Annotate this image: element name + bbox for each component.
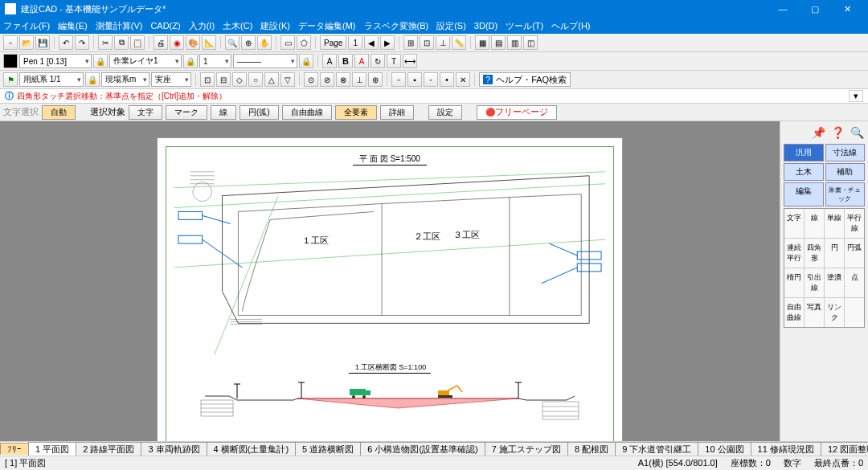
coord-system-combo[interactable]: 現場系m xyxy=(101,72,149,87)
tab-sheet-2[interactable]: 2 路線平面図 xyxy=(76,442,141,456)
zoom-in-icon[interactable]: 🔍 xyxy=(225,35,240,50)
osnap4-icon[interactable]: • xyxy=(440,72,454,87)
tool-d-icon[interactable]: ○ xyxy=(248,72,263,87)
osnap1-icon[interactable]: ▫ xyxy=(391,72,406,87)
undo-icon[interactable]: ↶ xyxy=(59,35,73,50)
menu-cad[interactable]: CAD(Z) xyxy=(150,21,180,31)
snap-icon[interactable]: ⊡ xyxy=(420,35,434,50)
pin-icon[interactable]: 📌 xyxy=(810,125,826,141)
snap-mode-combo[interactable]: 実座 xyxy=(151,72,191,87)
select-mark[interactable]: マーク xyxy=(166,105,207,120)
search-panel-icon[interactable]: 🔍 xyxy=(849,125,865,141)
menu-rasvec[interactable]: ラスベク変換(B) xyxy=(364,20,429,32)
select-curve[interactable]: 自由曲線 xyxy=(282,105,332,120)
page-prev-icon[interactable]: ◀ xyxy=(364,35,379,50)
menu-construction[interactable]: 建設(K) xyxy=(260,20,290,32)
minimize-button[interactable]: — xyxy=(767,0,799,18)
select-auto[interactable]: 自動 xyxy=(42,105,76,120)
tool-text[interactable]: 文字 xyxy=(784,209,804,238)
osnap3-icon[interactable]: ◦ xyxy=(424,72,438,87)
copy-icon[interactable]: ⧉ xyxy=(114,35,129,50)
page-number[interactable]: 1 xyxy=(348,35,362,50)
style-icon[interactable]: T xyxy=(387,54,401,68)
snap-cen-icon[interactable]: ⊕ xyxy=(368,72,383,87)
tab-sheet-3[interactable]: 3 車両軌跡図 xyxy=(141,442,207,456)
menu-data-edit[interactable]: データ編集(M) xyxy=(298,20,356,32)
pen-color-icon[interactable] xyxy=(3,54,18,68)
menu-tools[interactable]: ツール(T) xyxy=(506,20,543,32)
menu-help[interactable]: ヘルプ(H) xyxy=(551,20,590,32)
select-line[interactable]: 線 xyxy=(211,105,236,120)
view1-icon[interactable]: ▦ xyxy=(475,35,489,50)
cut-icon[interactable]: ✂ xyxy=(98,35,113,50)
dim-icon[interactable]: ⟷ xyxy=(403,54,417,68)
refresh-icon[interactable]: ↻ xyxy=(371,54,385,68)
panel-tab-edit[interactable]: 編集 xyxy=(784,182,824,206)
tool-rect[interactable]: 四角形 xyxy=(805,239,824,268)
tab-sheet-7[interactable]: 7 施工ステップ図 xyxy=(485,442,568,456)
select-settings[interactable]: 設定 xyxy=(428,105,462,120)
open-icon[interactable]: 📂 xyxy=(19,35,34,50)
new-icon[interactable]: ▫ xyxy=(3,35,18,50)
page-next-icon[interactable]: ▶ xyxy=(380,35,395,50)
panel-tab-redline[interactable]: 朱書・チェック xyxy=(825,182,866,206)
redo-icon[interactable]: ↷ xyxy=(75,35,89,50)
menu-input[interactable]: 入力(I) xyxy=(189,20,215,32)
measure-icon[interactable]: 📐 xyxy=(202,35,216,50)
select-detail[interactable]: 詳細 xyxy=(380,105,414,120)
line-lock-icon[interactable]: 🔒 xyxy=(299,54,313,68)
panel-tab-civil[interactable]: 土木 xyxy=(784,163,824,181)
annotate-icon[interactable]: A xyxy=(354,54,369,68)
tool-cont-parallel[interactable]: 連続平行 xyxy=(784,239,804,268)
tool-f-icon[interactable]: ▽ xyxy=(280,72,295,87)
layer-combo[interactable]: 作業レイヤ1 xyxy=(109,54,182,68)
tool-a-icon[interactable]: ⊡ xyxy=(200,72,215,87)
lock-icon[interactable]: 🔒 xyxy=(93,54,108,68)
freepage-button[interactable]: 🔴 フリーページ xyxy=(477,105,557,120)
close-button[interactable]: ✕ xyxy=(831,0,863,18)
tab-sheet-4[interactable]: 4 横断図(土量集計) xyxy=(207,442,297,456)
tool-b-icon[interactable]: ⊟ xyxy=(216,72,231,87)
tab-sheet-12[interactable]: 12 図面整理 xyxy=(821,442,868,456)
print-icon[interactable]: 🖨 xyxy=(154,35,168,50)
bold-icon[interactable]: B xyxy=(338,54,353,68)
osnap5-icon[interactable]: ✕ xyxy=(456,72,470,87)
snap-int-icon[interactable]: ⊗ xyxy=(336,72,350,87)
drawing-paper[interactable]: 平 面 図 S=1:500 xyxy=(157,137,623,441)
tool-spline[interactable]: 自由曲線 xyxy=(784,298,804,327)
flag-icon[interactable]: ⚑ xyxy=(3,72,18,87)
tool-circle[interactable]: 円 xyxy=(825,239,844,268)
tool-leader[interactable]: 引出線 xyxy=(805,268,824,297)
grid-icon[interactable]: ⊞ xyxy=(403,35,418,50)
help-panel-icon[interactable]: ❓ xyxy=(829,125,845,141)
snap-mid-icon[interactable]: ⊘ xyxy=(320,72,334,87)
zoom-icon[interactable]: ⊕ xyxy=(241,35,256,50)
pan-icon[interactable]: ✋ xyxy=(257,35,272,50)
tool-photo[interactable]: 写真 xyxy=(805,298,824,327)
menu-survey[interactable]: 測量計算(V) xyxy=(96,20,143,32)
snap-end-icon[interactable]: ⊙ xyxy=(304,72,318,87)
ruler-icon[interactable]: 📏 xyxy=(452,35,466,50)
paper-lock-icon[interactable]: 🔒 xyxy=(85,72,100,87)
tab-sheet-5[interactable]: 5 道路横断図 xyxy=(295,442,361,456)
panel-tab-dimension[interactable]: 寸法線 xyxy=(825,144,866,161)
select-poly-icon[interactable]: ⬠ xyxy=(297,35,311,50)
help-search-box[interactable]: ? ヘルプ・FAQ検索 xyxy=(479,72,571,87)
menu-edit[interactable]: 編集(E) xyxy=(58,20,88,32)
ortho-icon[interactable]: ⊥ xyxy=(436,35,450,50)
paste-icon[interactable]: 📋 xyxy=(130,35,145,50)
tab-sheet-8[interactable]: 8 配根図 xyxy=(567,442,616,456)
select-all[interactable]: 全要素 xyxy=(335,105,377,120)
tool-c-icon[interactable]: ◇ xyxy=(232,72,247,87)
tab-sheet-11[interactable]: 11 修繕現況図 xyxy=(751,442,821,456)
paper-system-combo[interactable]: 用紙系 1/1 xyxy=(19,72,84,87)
snap-perp-icon[interactable]: ⊥ xyxy=(352,72,366,87)
osnap2-icon[interactable]: ▪ xyxy=(407,72,422,87)
color-icon[interactable]: 🎨 xyxy=(186,35,200,50)
tool-link[interactable]: リンク xyxy=(825,298,844,327)
tab-sheet-9[interactable]: 9 下水道管引継工 xyxy=(615,442,698,456)
view3-icon[interactable]: ▥ xyxy=(507,35,522,50)
layer-icon[interactable]: ◉ xyxy=(170,35,184,50)
menu-file[interactable]: ファイル(F) xyxy=(3,20,50,32)
tool-line[interactable]: 線 xyxy=(805,209,824,238)
